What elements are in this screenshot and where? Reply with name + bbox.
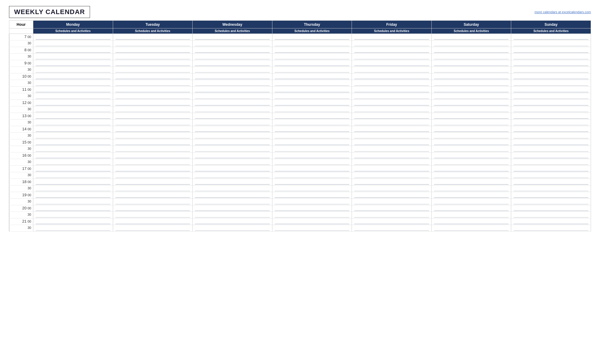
day-cell[interactable] (352, 40, 432, 47)
day-cell[interactable] (352, 185, 432, 192)
day-cell[interactable] (272, 199, 352, 205)
day-cell[interactable] (431, 126, 511, 133)
day-cell[interactable] (193, 120, 272, 126)
day-cell[interactable] (431, 152, 511, 159)
day-cell[interactable] (352, 218, 432, 225)
day-cell[interactable] (272, 54, 352, 60)
day-cell[interactable] (272, 126, 352, 133)
day-cell[interactable] (33, 218, 113, 225)
day-cell[interactable] (272, 179, 352, 185)
day-cell[interactable] (511, 199, 591, 205)
day-cell[interactable] (431, 146, 511, 152)
day-cell[interactable] (352, 34, 432, 40)
day-cell[interactable] (352, 54, 432, 60)
day-cell[interactable] (352, 192, 432, 199)
day-cell[interactable] (272, 113, 352, 120)
day-cell[interactable] (511, 166, 591, 172)
day-cell[interactable] (272, 67, 352, 73)
day-cell[interactable] (352, 106, 432, 113)
day-cell[interactable] (511, 159, 591, 166)
day-cell[interactable] (431, 40, 511, 47)
day-cell[interactable] (193, 218, 272, 225)
day-cell[interactable] (352, 133, 432, 139)
day-cell[interactable] (511, 54, 591, 60)
day-cell[interactable] (113, 185, 193, 192)
day-cell[interactable] (431, 225, 511, 232)
day-cell[interactable] (113, 60, 193, 67)
day-cell[interactable] (511, 139, 591, 146)
day-cell[interactable] (193, 54, 272, 60)
day-cell[interactable] (113, 34, 193, 40)
day-cell[interactable] (511, 146, 591, 152)
day-cell[interactable] (33, 205, 113, 212)
day-cell[interactable] (352, 100, 432, 106)
day-cell[interactable] (272, 185, 352, 192)
day-cell[interactable] (113, 192, 193, 199)
day-cell[interactable] (352, 80, 432, 87)
day-cell[interactable] (113, 73, 193, 80)
day-cell[interactable] (352, 47, 432, 54)
day-cell[interactable] (431, 93, 511, 100)
day-cell[interactable] (511, 100, 591, 106)
day-cell[interactable] (511, 218, 591, 225)
day-cell[interactable] (511, 133, 591, 139)
day-cell[interactable] (511, 67, 591, 73)
day-cell[interactable] (511, 126, 591, 133)
day-cell[interactable] (352, 93, 432, 100)
day-cell[interactable] (431, 192, 511, 199)
day-cell[interactable] (352, 73, 432, 80)
day-cell[interactable] (33, 159, 113, 166)
day-cell[interactable] (193, 60, 272, 67)
day-cell[interactable] (352, 152, 432, 159)
day-cell[interactable] (352, 120, 432, 126)
day-cell[interactable] (33, 54, 113, 60)
day-cell[interactable] (33, 199, 113, 205)
day-cell[interactable] (113, 133, 193, 139)
day-cell[interactable] (272, 73, 352, 80)
day-cell[interactable] (431, 159, 511, 166)
day-cell[interactable] (113, 126, 193, 133)
day-cell[interactable] (272, 40, 352, 47)
day-cell[interactable] (431, 120, 511, 126)
day-cell[interactable] (272, 218, 352, 225)
day-cell[interactable] (352, 212, 432, 218)
day-cell[interactable] (352, 205, 432, 212)
day-cell[interactable] (431, 212, 511, 218)
day-cell[interactable] (431, 100, 511, 106)
day-cell[interactable] (193, 146, 272, 152)
day-cell[interactable] (431, 60, 511, 67)
day-cell[interactable] (511, 60, 591, 67)
day-cell[interactable] (113, 152, 193, 159)
day-cell[interactable] (511, 106, 591, 113)
day-cell[interactable] (511, 40, 591, 47)
day-cell[interactable] (33, 40, 113, 47)
day-cell[interactable] (113, 113, 193, 120)
day-cell[interactable] (272, 34, 352, 40)
day-cell[interactable] (352, 199, 432, 205)
day-cell[interactable] (272, 100, 352, 106)
day-cell[interactable] (272, 192, 352, 199)
day-cell[interactable] (113, 166, 193, 172)
day-cell[interactable] (33, 146, 113, 152)
day-cell[interactable] (113, 54, 193, 60)
day-cell[interactable] (193, 192, 272, 199)
day-cell[interactable] (33, 34, 113, 40)
day-cell[interactable] (113, 120, 193, 126)
day-cell[interactable] (33, 192, 113, 199)
day-cell[interactable] (113, 172, 193, 179)
day-cell[interactable] (272, 159, 352, 166)
day-cell[interactable] (511, 93, 591, 100)
day-cell[interactable] (33, 87, 113, 93)
day-cell[interactable] (431, 54, 511, 60)
day-cell[interactable] (113, 199, 193, 205)
day-cell[interactable] (511, 185, 591, 192)
day-cell[interactable] (431, 205, 511, 212)
day-cell[interactable] (193, 34, 272, 40)
day-cell[interactable] (272, 152, 352, 159)
day-cell[interactable] (272, 133, 352, 139)
day-cell[interactable] (113, 40, 193, 47)
day-cell[interactable] (33, 67, 113, 73)
day-cell[interactable] (272, 139, 352, 146)
day-cell[interactable] (272, 172, 352, 179)
day-cell[interactable] (33, 106, 113, 113)
